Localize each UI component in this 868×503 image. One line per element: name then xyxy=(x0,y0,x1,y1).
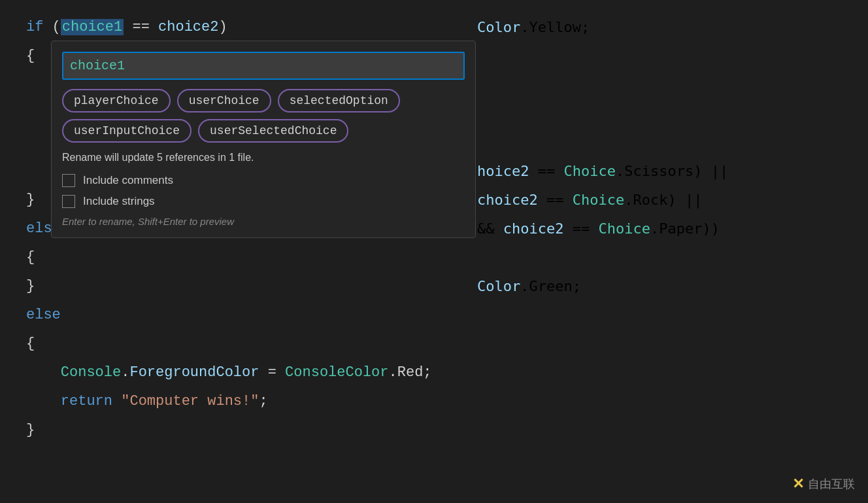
rename-popup: choice1 playerChoice userChoice selected… xyxy=(51,41,476,238)
right-code: Color.Yellow; hoice2 == Choice.Scissors)… xyxy=(477,13,728,301)
include-comments-checkbox[interactable] xyxy=(62,174,75,187)
include-strings-row: Include strings xyxy=(62,195,465,208)
suggestions-container: playerChoice userChoice selectedOption u… xyxy=(62,89,465,143)
suggestion-playerChoice[interactable]: playerChoice xyxy=(62,89,171,113)
right-line-3 xyxy=(477,71,728,99)
rename-info: Rename will update 5 references in 1 fil… xyxy=(62,152,465,164)
include-strings-label: Include strings xyxy=(83,195,155,208)
suggestion-selectedOption[interactable]: selectedOption xyxy=(278,89,400,113)
suggestion-userSelectedChoice[interactable]: userSelectedChoice xyxy=(198,119,348,143)
suggestion-userInputChoice[interactable]: userInputChoice xyxy=(62,119,192,143)
include-comments-row: Include comments xyxy=(62,174,465,187)
rename-input-wrapper: choice1 xyxy=(62,52,465,80)
include-comments-label: Include comments xyxy=(83,174,173,187)
watermark-x-icon: ✕ xyxy=(792,476,804,493)
rename-hint: Enter to rename, Shift+Enter to preview xyxy=(62,216,465,227)
rename-input[interactable]: choice1 xyxy=(62,52,465,80)
right-line-green: Color.Green; xyxy=(477,272,728,301)
right-line-paper: && choice2 == Choice.Paper)) xyxy=(477,215,728,243)
watermark: ✕ 自由互联 xyxy=(792,476,855,493)
right-line-1: Color.Yellow; xyxy=(477,13,728,42)
right-line-hoice2: hoice2 == Choice.Scissors) || xyxy=(477,157,728,186)
right-line-rock: choice2 == Choice.Rock) || xyxy=(477,186,728,215)
watermark-text: 自由互联 xyxy=(808,476,855,492)
code-line-12: } xyxy=(26,416,842,445)
include-strings-checkbox[interactable] xyxy=(62,195,75,208)
right-line-2 xyxy=(477,42,728,71)
code-line-11: return "Computer wins!"; xyxy=(26,387,842,416)
code-line-10: Console.ForegroundColor = ConsoleColor.R… xyxy=(26,358,842,387)
right-line-7 xyxy=(477,243,728,272)
code-line-9: { xyxy=(26,330,842,358)
suggestion-userChoice[interactable]: userChoice xyxy=(177,89,271,113)
code-line-8: else xyxy=(26,301,842,330)
right-line-4 xyxy=(477,99,728,128)
right-line-5 xyxy=(477,128,728,157)
